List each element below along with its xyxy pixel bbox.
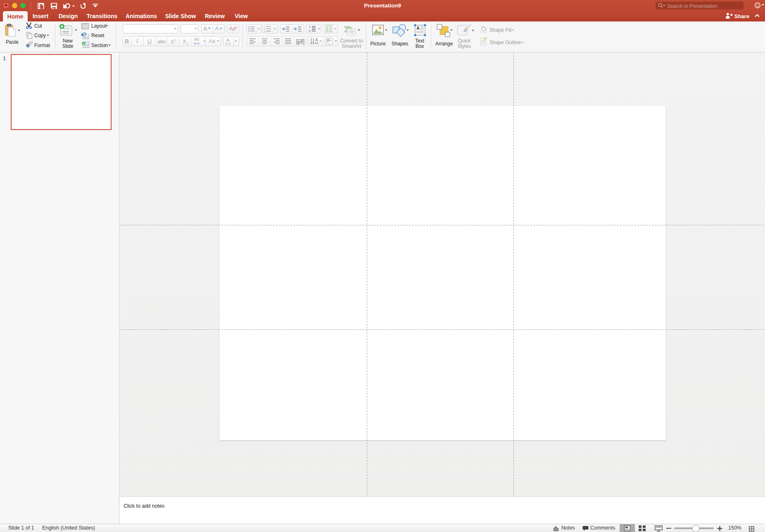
svg-text:A: A [416,26,420,31]
svg-text:3: 3 [264,30,265,32]
svg-text:A: A [315,38,318,42]
